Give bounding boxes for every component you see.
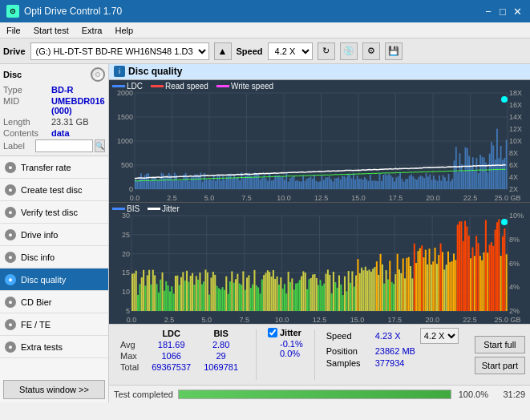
titlebar: ⊙ Opti Drive Control 1.70 − □ ✕ (0, 0, 530, 22)
progress-fill (179, 390, 451, 398)
sidebar-item-fe-te[interactable]: ● FE / TE (0, 313, 108, 336)
speed-stat-select[interactable]: 4.2 X (420, 328, 459, 344)
cd-bier-icon: ● (5, 297, 16, 308)
content-area: i Disc quality LDC Read speed (109, 64, 530, 402)
stats-total-ldc: 69367537 (145, 361, 197, 373)
disc-info-label: Disc info (21, 252, 55, 262)
stats-position-row: Position 23862 MB (326, 346, 459, 356)
speed-select[interactable]: 4.2 X (268, 42, 313, 60)
action-buttons: Start full Start part (475, 328, 525, 382)
stats-max-bis: 29 (197, 350, 245, 361)
eject-button[interactable]: ▲ (214, 42, 232, 60)
progress-track (178, 390, 451, 399)
disc-mid-row: MID UMEBDR016 (000) (3, 96, 105, 115)
legend-bis: BIS (112, 204, 140, 213)
refresh-button[interactable]: ↻ (318, 42, 335, 60)
transfer-rate-icon: ● (5, 162, 16, 173)
disc-quality-header-icon: i (114, 66, 125, 77)
menu-start-test[interactable]: Start test (27, 24, 75, 37)
legend-ldc-label: LDC (127, 82, 143, 91)
extra-tests-label: Extra tests (21, 342, 63, 352)
jitter-col-header: Jitter (280, 328, 301, 337)
sidebar-item-drive-info[interactable]: ● Drive info (0, 224, 108, 246)
drive-info-label: Drive info (21, 230, 58, 240)
progress-time: 31:29 (493, 390, 525, 399)
disc-label-row: Label 🔍 (3, 139, 105, 152)
label-input[interactable] (35, 139, 93, 152)
sidebar: Disc Type BD-R MID UMEBDR016 (000) Lengt… (0, 64, 109, 402)
sidebar-item-disc-quality[interactable]: ● Disc quality (0, 269, 108, 291)
stats-divider-2 (314, 329, 315, 381)
stats-row-max-label: Max (114, 350, 145, 361)
transfer-rate-label: Transfer rate (21, 163, 71, 172)
minimize-button[interactable]: − (482, 5, 495, 18)
progressbar: Test completed 100.0% 31:29 (109, 385, 530, 402)
settings-button[interactable]: ⚙ (362, 42, 380, 60)
stats-header-ldc: LDC (145, 328, 197, 339)
disc-quality-header: i Disc quality (109, 64, 530, 80)
stats-total-bis: 1069781 (197, 361, 245, 373)
fe-te-icon: ● (5, 319, 16, 330)
extra-tests-icon: ● (5, 341, 16, 353)
disc-icon-button[interactable]: 💿 (340, 42, 358, 60)
mid-label: MID (3, 96, 51, 115)
sidebar-item-disc-info[interactable]: ● Disc info (0, 246, 108, 269)
legend-bis-label: BIS (127, 204, 140, 213)
length-label: Length (3, 117, 51, 127)
create-test-disc-label: Create test disc (21, 185, 82, 195)
sidebar-item-transfer-rate[interactable]: ● Transfer rate (0, 156, 108, 179)
cd-bier-label: CD Bier (21, 297, 52, 307)
stats-samples-row: Samples 377934 (326, 358, 459, 368)
stats-header-empty (114, 328, 145, 339)
sidebar-item-cd-bier[interactable]: ● CD Bier (0, 291, 108, 313)
type-label: Type (3, 85, 51, 95)
drivebar: Drive (G:) HL-DT-ST BD-RE WH16NS48 1.D3 … (0, 38, 530, 64)
start-part-button[interactable]: Start part (475, 357, 525, 374)
disc-header: Disc (3, 67, 105, 82)
stats-row-total-label: Total (114, 361, 145, 373)
sidebar-item-verify-test-disc[interactable]: ● Verify test disc (0, 201, 108, 224)
stats-max-jitter: 0.0% (268, 349, 303, 358)
legend-jitter-label: Jitter (162, 204, 180, 213)
sidebar-item-create-test-disc[interactable]: ● Create test disc (0, 179, 108, 201)
speed-label: Speed (237, 46, 263, 56)
disc-title: Disc (3, 70, 22, 79)
disc-quality-icon: ● (5, 274, 16, 285)
menu-file[interactable]: File (0, 24, 27, 37)
menu-help[interactable]: Help (108, 24, 140, 37)
contents-value: data (51, 128, 70, 138)
label-icon-button[interactable]: 🔍 (95, 139, 105, 152)
start-full-button[interactable]: Start full (475, 336, 525, 353)
disc-info-icon: ● (5, 252, 16, 263)
stats-avg-bis: 2.80 (197, 339, 245, 350)
jitter-col: Jitter -0.1% 0.0% (268, 328, 303, 382)
progress-percent: 100.0% (456, 390, 488, 399)
drive-select[interactable]: (G:) HL-DT-ST BD-RE WH16NS48 1.D3 (30, 42, 209, 60)
disc-quality-title: Disc quality (128, 66, 182, 77)
position-stat-label: Position (326, 346, 370, 356)
sidebar-item-extra-tests[interactable]: ● Extra tests (0, 336, 108, 358)
legend-read-speed: Read speed (151, 82, 208, 91)
status-text: Test completed (114, 390, 173, 399)
legend-jitter: Jitter (148, 204, 180, 213)
titlebar-controls: − □ ✕ (482, 5, 524, 18)
jitter-checkbox[interactable] (268, 328, 277, 337)
legend-write-speed-label: Write speed (231, 82, 273, 91)
bottom-legend: BIS Jitter (112, 204, 180, 213)
save-button[interactable]: 💾 (385, 42, 403, 60)
contents-label: Contents (3, 128, 51, 138)
top-legend: LDC Read speed Write speed (112, 82, 273, 91)
stats-divider-1 (256, 329, 257, 381)
disc-type-row: Type BD-R (3, 85, 105, 95)
maximize-button[interactable]: □ (496, 5, 509, 18)
charts-area: LDC Read speed Write speed (109, 80, 530, 324)
app-icon: ⊙ (6, 5, 19, 18)
titlebar-left: ⊙ Opti Drive Control 1.70 (6, 5, 122, 18)
status-window-button[interactable]: Status window >> (3, 380, 105, 399)
close-button[interactable]: ✕ (511, 5, 524, 18)
samples-stat-value: 377934 (375, 358, 415, 368)
fe-te-label: FE / TE (21, 320, 51, 329)
main-layout: Disc Type BD-R MID UMEBDR016 (000) Lengt… (0, 64, 530, 402)
stats-speed-row: Speed 4.23 X 4.2 X (326, 328, 459, 344)
menu-extra[interactable]: Extra (75, 24, 109, 37)
